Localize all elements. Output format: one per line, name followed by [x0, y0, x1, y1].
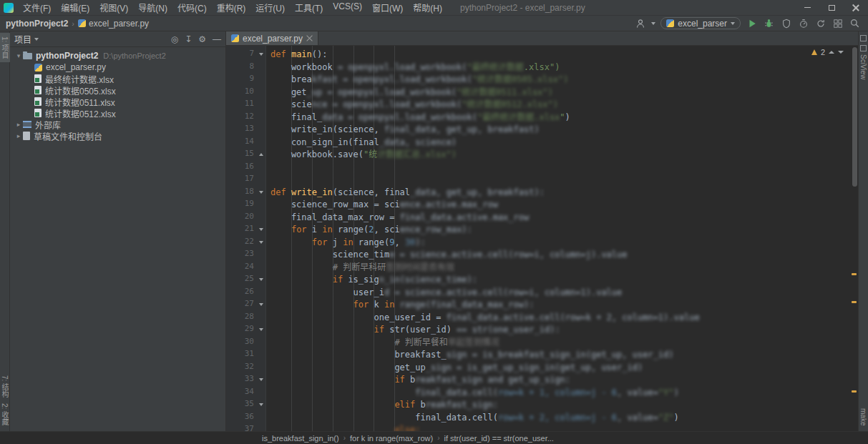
chevron-down-icon[interactable]	[34, 38, 39, 41]
code-line-27: for k in range(final_data_max_row):	[270, 299, 858, 312]
minimize-icon	[804, 7, 811, 8]
breadcrumb-project[interactable]: pythonProject2	[6, 19, 68, 29]
line-number: 23	[226, 249, 265, 258]
excel-icon	[34, 97, 42, 106]
services-button[interactable]	[832, 17, 844, 29]
collapse-all-icon[interactable]: ↧	[185, 34, 192, 44]
toolbar-actions: excel_parser	[634, 17, 868, 29]
line-number: 9	[226, 74, 265, 83]
search-everywhere-button[interactable]	[849, 17, 861, 29]
fold-down-icon[interactable]	[259, 328, 263, 331]
fold-down-icon[interactable]	[259, 303, 263, 306]
fold-up-icon[interactable]	[259, 153, 263, 156]
menu-工具(T)[interactable]: 工具(T)	[290, 1, 328, 14]
gear-icon[interactable]: ⚙	[198, 34, 206, 44]
inspections-widget[interactable]: 2	[811, 48, 844, 56]
close-button[interactable]	[844, 0, 868, 16]
run-icon	[747, 19, 757, 29]
close-icon	[852, 4, 859, 11]
status-crumb-loop[interactable]: for k in range(max_row)	[350, 434, 433, 443]
warning-stripe-mark[interactable]	[852, 273, 857, 275]
tool-stripe-structure[interactable]: 7: 结构	[0, 375, 10, 398]
project-panel-title[interactable]: 项目	[14, 33, 31, 45]
tab-excel-parser[interactable]: excel_parser.py	[226, 31, 318, 45]
close-tab-icon[interactable]	[306, 35, 313, 41]
fold-down-icon[interactable]	[259, 278, 263, 281]
coverage-button[interactable]	[780, 17, 792, 29]
fold-down-icon[interactable]	[259, 241, 263, 244]
tool-stripe-sciview[interactable]: SciView	[859, 54, 867, 79]
menu-编辑(E)[interactable]: 编辑(E)	[56, 1, 94, 14]
menu-帮助(H)[interactable]: 帮助(H)	[408, 1, 447, 14]
fold-down-icon[interactable]	[259, 378, 263, 381]
editor-scrollbar[interactable]	[852, 46, 858, 431]
maximize-button[interactable]	[819, 0, 844, 16]
breadcrumb-file[interactable]: excel_parser.py	[89, 19, 149, 29]
chevron-right-icon[interactable]: ▸	[14, 121, 23, 128]
tree-item[interactable]: 统计数据0505.xlsx	[10, 84, 225, 96]
chevron-down-icon[interactable]	[651, 22, 655, 25]
run-button[interactable]	[746, 17, 758, 29]
tool-stripe-project[interactable]: 1: 项目	[0, 33, 11, 62]
menu-视图(V)[interactable]: 视图(V)	[94, 1, 133, 14]
warning-stripe-mark[interactable]	[852, 390, 857, 393]
editor-body[interactable]: 7891011121314151617181920212223242526272…	[226, 46, 858, 431]
rerun-button[interactable]	[814, 17, 826, 29]
line-number: 11	[226, 99, 265, 108]
code-line-32: get_up_sign = is_get_up_sign_in(get_up, …	[270, 362, 858, 375]
profiler-button[interactable]	[797, 17, 809, 29]
fold-down-icon[interactable]	[259, 191, 263, 194]
line-number: 16	[226, 162, 265, 171]
run-configuration-select[interactable]: excel_parser	[660, 17, 741, 29]
breadcrumb-separator-icon: ›	[72, 19, 74, 28]
scrollbar-thumb[interactable]	[852, 47, 857, 187]
fold-down-icon[interactable]	[259, 228, 263, 231]
code-line-25: if is_sign_in(science_time):	[270, 274, 858, 287]
left-stripe-bottom: 7: 结构 2: 收藏	[0, 373, 10, 431]
chevron-down-icon[interactable]: ▾	[14, 52, 23, 59]
menu-运行(U)[interactable]: 运行(U)	[250, 1, 290, 14]
status-crumb-condition[interactable]: if str(user_id) == str(one_user...	[444, 434, 553, 443]
line-number: 28	[226, 312, 265, 321]
code-line-13: write_in(science, final_data, get_up, br…	[270, 124, 858, 137]
chevron-right-icon[interactable]: ▸	[14, 132, 23, 139]
maximize-icon	[829, 5, 835, 11]
code-line-28: one_user_id = final_data.active.cell(row…	[270, 312, 858, 325]
tree-item[interactable]: ▸外部库	[10, 119, 225, 130]
warning-stripe-mark[interactable]	[852, 301, 857, 303]
tree-item[interactable]: ▸草稿文件和控制台	[10, 130, 225, 142]
code-line-31: breakfast_sign = is_breakfast_sign_in(ge…	[270, 349, 858, 362]
tree-item[interactable]: 最终统计数据.xlsx	[10, 73, 225, 84]
menu-VCS(S)[interactable]: VCS(S)	[328, 1, 367, 14]
locate-icon[interactable]: ◎	[171, 34, 178, 44]
user-button[interactable]	[634, 17, 646, 29]
tree-item[interactable]: 统计数据0511.xlsx	[10, 96, 225, 107]
tree-item[interactable]: ▾pythonProject2D:\pythonProject2	[10, 50, 225, 61]
right-stripe-icon[interactable]	[860, 45, 867, 51]
debug-button[interactable]	[763, 17, 775, 29]
tree-item[interactable]: 统计数据0512.xlsx	[10, 107, 225, 119]
tool-stripe-favorites[interactable]: 2: 收藏	[0, 403, 10, 425]
tree-item[interactable]: excel_parser.py	[10, 61, 225, 73]
fold-down-icon[interactable]	[259, 53, 263, 56]
next-warning-icon[interactable]	[838, 51, 844, 54]
editor-tab-bar: excel_parser.py	[226, 31, 858, 46]
right-stripe-icon[interactable]	[860, 35, 867, 41]
code-area[interactable]: def main(): workbook = openpyxl.load_wor…	[266, 46, 858, 431]
menu-导航(N)[interactable]: 导航(N)	[133, 1, 172, 14]
menu-窗口(W)[interactable]: 窗口(W)	[367, 1, 408, 14]
navigation-toolbar: pythonProject2 › excel_parser.py excel_p…	[0, 16, 868, 31]
tool-stripe-make[interactable]: make	[859, 408, 867, 425]
code-line-14: con_sign_in(final_data, science)	[270, 137, 858, 149]
tab-label: excel_parser.py	[243, 34, 303, 44]
menu-文件(F)[interactable]: 文件(F)	[18, 1, 56, 14]
fold-down-icon[interactable]	[259, 403, 263, 406]
minimize-button[interactable]	[795, 0, 819, 16]
status-crumb-function[interactable]: is_breakfast_sign_in()	[262, 434, 339, 443]
hide-icon[interactable]: —	[213, 34, 221, 44]
line-number: 36	[226, 412, 265, 421]
code-line-18: def write_in(science, final_data, get_up…	[270, 187, 858, 199]
menu-代码(C)[interactable]: 代码(C)	[172, 1, 212, 14]
previous-warning-icon[interactable]	[829, 51, 834, 54]
menu-重构(R)[interactable]: 重构(R)	[212, 1, 251, 14]
